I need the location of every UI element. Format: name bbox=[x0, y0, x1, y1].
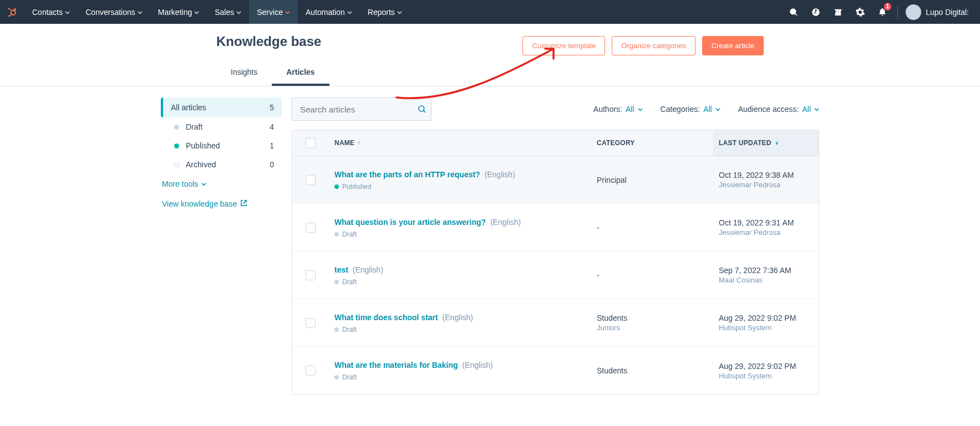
article-status-label: Draft bbox=[342, 326, 357, 333]
authors-filter[interactable]: Authors: All bbox=[593, 105, 643, 114]
main-content: Authors: All Categories: All Audience ac… bbox=[292, 97, 819, 395]
refresh-icon[interactable] bbox=[805, 0, 826, 24]
chevron-down-icon bbox=[638, 105, 643, 114]
categories-filter[interactable]: Categories: All bbox=[661, 105, 720, 114]
article-status: Draft bbox=[334, 278, 586, 286]
svg-line-5 bbox=[795, 13, 798, 16]
sidebar-item-label: Draft bbox=[186, 122, 263, 131]
notification-badge: 1 bbox=[884, 3, 892, 11]
category-label: - bbox=[597, 223, 708, 232]
status-dot-icon bbox=[334, 375, 339, 379]
updated-author: Jessiemar Pedrosa bbox=[719, 228, 813, 237]
svg-point-8 bbox=[419, 106, 424, 111]
updated-author: Hubspot System bbox=[719, 324, 813, 332]
gear-icon[interactable] bbox=[850, 0, 871, 24]
category-label: Students bbox=[597, 366, 708, 375]
nav-item-sales[interactable]: Sales bbox=[207, 0, 249, 24]
nav-item-contacts[interactable]: Contacts bbox=[24, 0, 78, 24]
chevron-down-icon bbox=[397, 8, 402, 17]
authors-filter-label: Authors: bbox=[593, 105, 622, 114]
nav-divider bbox=[897, 6, 898, 19]
top-nav: ContactsConversationsMarketingSalesServi… bbox=[0, 0, 980, 24]
account-menu[interactable]: Lupo Digital: bbox=[902, 0, 974, 24]
categories-filter-label: Categories: bbox=[661, 105, 700, 114]
article-title-link[interactable]: test bbox=[334, 265, 348, 274]
articles-table: NAME ▲▼ CATEGORY LAST UPDATED ▲▼ What ar… bbox=[292, 130, 819, 395]
article-title-link[interactable]: What question is your article answering? bbox=[334, 218, 486, 227]
search-icon[interactable] bbox=[783, 0, 804, 24]
col-name-header[interactable]: NAME ▲▼ bbox=[329, 130, 591, 156]
col-category-header[interactable]: CATEGORY bbox=[591, 130, 713, 156]
row-checkbox[interactable] bbox=[306, 318, 316, 328]
body-grid: All articles5Draft4Published1Archived0 M… bbox=[0, 86, 980, 417]
marketplace-icon[interactable] bbox=[827, 0, 849, 24]
table-row: What time does school start (English)Dra… bbox=[292, 299, 819, 347]
nav-item-automation[interactable]: Automation bbox=[298, 0, 360, 24]
chevron-down-icon bbox=[138, 8, 143, 17]
row-category-cell: StudentsJuniors bbox=[591, 306, 713, 340]
sidebar-item-draft[interactable]: Draft4 bbox=[161, 117, 282, 136]
sidebar-item-archived[interactable]: Archived0 bbox=[161, 155, 282, 174]
chevron-down-icon bbox=[814, 105, 819, 114]
external-link-icon bbox=[240, 199, 247, 208]
sidebar-item-count: 5 bbox=[270, 103, 274, 112]
chevron-down-icon bbox=[201, 179, 206, 188]
nav-item-conversations[interactable]: Conversations bbox=[78, 0, 150, 24]
svg-line-9 bbox=[423, 110, 425, 112]
article-title-link[interactable]: What are the parts of an HTTP request? bbox=[334, 170, 480, 179]
customize-template-button[interactable]: Customize template bbox=[522, 36, 605, 55]
article-status: Draft bbox=[334, 373, 586, 381]
chevron-down-icon bbox=[65, 8, 70, 17]
organize-categories-button[interactable]: Organize categories bbox=[612, 36, 695, 55]
nav-item-label: Service bbox=[257, 8, 283, 17]
row-checkbox[interactable] bbox=[306, 175, 316, 185]
nav-icons: 1 Lupo Digital: bbox=[783, 0, 980, 24]
hubspot-logo-icon[interactable] bbox=[0, 7, 24, 18]
row-name-cell: What question is your article answering?… bbox=[329, 209, 591, 246]
audience-filter[interactable]: Audience access: All bbox=[738, 105, 819, 114]
search-input[interactable] bbox=[292, 105, 413, 114]
view-knowledge-base-link[interactable]: View knowledge base bbox=[161, 194, 282, 214]
sidebar: All articles5Draft4Published1Archived0 M… bbox=[161, 97, 282, 395]
sidebar-item-published[interactable]: Published1 bbox=[161, 136, 282, 155]
col-last-updated-header[interactable]: LAST UPDATED ▲▼ bbox=[713, 130, 819, 156]
status-dot-icon bbox=[334, 232, 339, 237]
search-icon[interactable] bbox=[413, 104, 431, 114]
article-status: Draft bbox=[334, 230, 586, 238]
avatar-icon bbox=[906, 4, 921, 20]
more-tools-link[interactable]: More tools bbox=[161, 174, 282, 194]
tab-insights[interactable]: Insights bbox=[216, 60, 272, 86]
chevron-down-icon bbox=[194, 8, 199, 17]
tab-articles[interactable]: Articles bbox=[272, 60, 329, 86]
status-dot-icon bbox=[334, 184, 339, 189]
article-status-label: Published bbox=[342, 183, 372, 191]
row-checkbox[interactable] bbox=[306, 270, 316, 280]
status-dot-icon bbox=[334, 327, 339, 332]
svg-point-4 bbox=[790, 9, 796, 14]
nav-item-service[interactable]: Service bbox=[249, 0, 298, 24]
category-label: Students bbox=[597, 314, 708, 322]
nav-item-label: Marketing bbox=[158, 8, 192, 17]
nav-item-reports[interactable]: Reports bbox=[360, 0, 410, 24]
table-row: What question is your article answering?… bbox=[292, 204, 819, 252]
row-checkbox[interactable] bbox=[306, 366, 316, 376]
sidebar-item-count: 1 bbox=[270, 141, 274, 150]
article-title-link[interactable]: What time does school start bbox=[334, 313, 438, 322]
create-article-button[interactable]: Create article bbox=[702, 36, 764, 55]
nav-item-label: Automation bbox=[306, 8, 345, 17]
updated-author: Jessiemar Pedrosa bbox=[719, 181, 813, 189]
row-checkbox[interactable] bbox=[306, 223, 316, 233]
row-category-cell: Students bbox=[591, 358, 713, 383]
article-status-label: Draft bbox=[342, 230, 357, 238]
row-updated-cell: Sep 7, 2022 7:36 AMMaai Cosinas bbox=[713, 258, 819, 292]
select-all-checkbox[interactable] bbox=[306, 138, 316, 148]
bell-icon[interactable]: 1 bbox=[872, 0, 893, 24]
row-category-cell: - bbox=[591, 215, 713, 240]
category-label: - bbox=[597, 271, 708, 280]
search-input-wrap bbox=[292, 97, 431, 121]
nav-item-marketing[interactable]: Marketing bbox=[150, 0, 207, 24]
sidebar-item-all-articles[interactable]: All articles5 bbox=[161, 97, 282, 117]
article-title-link[interactable]: What are the materials for Baking bbox=[334, 361, 458, 369]
audience-filter-label: Audience access: bbox=[738, 105, 799, 114]
row-name-cell: What are the parts of an HTTP request? (… bbox=[329, 162, 591, 198]
